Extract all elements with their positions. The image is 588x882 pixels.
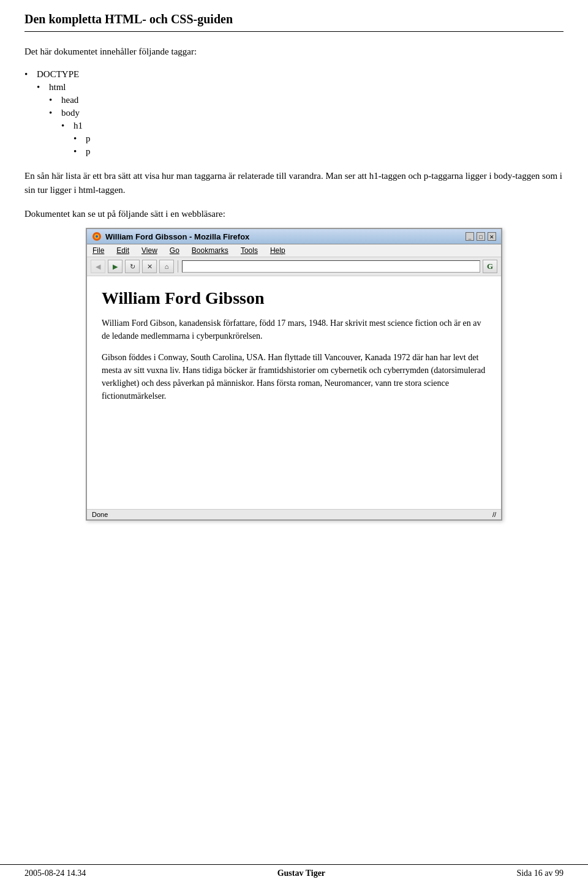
description-text: En sån här lista är ett bra sätt att vis… xyxy=(24,169,564,197)
minimize-button[interactable]: _ xyxy=(466,232,474,241)
intro-text: Det här dokumentet innehåller följande t… xyxy=(24,47,564,57)
menu-go[interactable]: Go xyxy=(168,246,181,255)
menu-bookmarks[interactable]: Bookmarks xyxy=(190,246,230,255)
window-controls[interactable]: _ □ ✕ xyxy=(466,232,496,241)
svg-point-2 xyxy=(96,235,98,238)
maximize-button[interactable]: □ xyxy=(477,232,485,241)
list-item: DOCTYPE xyxy=(24,69,564,80)
menu-tools[interactable]: Tools xyxy=(239,246,260,255)
list-item: p xyxy=(74,134,564,144)
browser-title: William Ford Gibsson - Mozilla Firefox xyxy=(105,232,249,241)
page-title: Den kompletta HTML- och CSS-guiden xyxy=(24,12,564,32)
menu-help[interactable]: Help xyxy=(268,246,287,255)
content-paragraph-2: Gibson föddes i Conway, South Carolina, … xyxy=(102,351,486,402)
footer-author: Gustav Tiger xyxy=(277,869,325,878)
browser-content: William Ford Gibsson William Ford Gibson… xyxy=(87,276,501,509)
list-item: h1 xyxy=(61,121,564,131)
browser-window: William Ford Gibsson - Mozilla Firefox _… xyxy=(86,228,502,521)
menu-view[interactable]: View xyxy=(140,246,159,255)
toolbar-separator xyxy=(178,260,178,273)
close-button[interactable]: ✕ xyxy=(488,232,496,241)
browser-titlebar: William Ford Gibsson - Mozilla Firefox _… xyxy=(87,229,501,244)
home-button[interactable]: ⌂ xyxy=(159,260,174,273)
forward-button[interactable]: ▶ xyxy=(108,260,123,273)
page-footer: 2005-08-24 14.34 Gustav Tiger Sida 16 av… xyxy=(0,864,588,882)
address-bar[interactable] xyxy=(182,260,480,273)
list-item: p xyxy=(74,146,564,157)
tag-list: DOCTYPE html head body h1 p p xyxy=(24,69,564,157)
menu-file[interactable]: File xyxy=(91,246,106,255)
go-button[interactable]: G xyxy=(483,260,497,273)
status-right: // xyxy=(492,511,496,518)
refresh-button[interactable]: ↻ xyxy=(125,260,140,273)
content-heading: William Ford Gibsson xyxy=(102,288,486,308)
browser-intro-label: Dokumentet kan se ut på följande sätt i … xyxy=(24,209,564,219)
back-button[interactable]: ◀ xyxy=(91,260,105,273)
footer-date: 2005-08-24 14.34 xyxy=(24,869,86,878)
browser-toolbar: ◀ ▶ ↻ ✕ ⌂ G xyxy=(87,257,501,276)
browser-menubar: File Edit View Go Bookmarks Tools Help xyxy=(87,244,501,257)
footer-pagination: Sida 16 av 99 xyxy=(516,869,564,878)
firefox-icon xyxy=(92,232,102,241)
browser-statusbar: Done // xyxy=(87,509,501,519)
list-item: head xyxy=(49,95,564,105)
list-item: html xyxy=(37,82,564,92)
stop-button[interactable]: ✕ xyxy=(142,260,157,273)
list-item: body xyxy=(49,108,564,118)
status-text: Done xyxy=(92,511,108,518)
content-paragraph-1: William Ford Gibson, kanadensisk författ… xyxy=(102,317,486,342)
menu-edit[interactable]: Edit xyxy=(115,246,131,255)
